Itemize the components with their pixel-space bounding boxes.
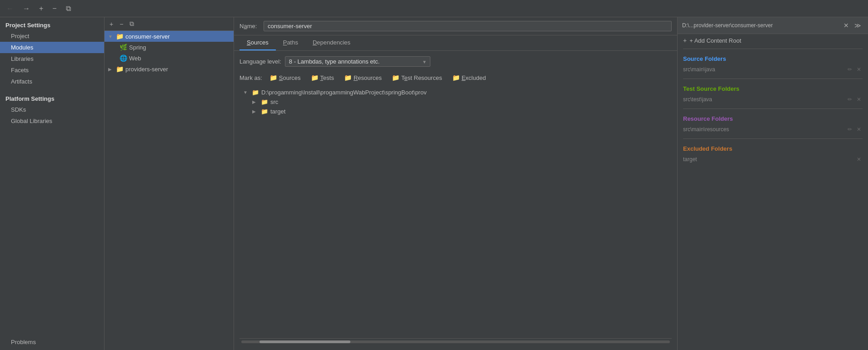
mark-tests-button[interactable]: 📁 Tests bbox=[308, 73, 337, 82]
sidebar-item-problems[interactable]: Problems bbox=[0, 336, 104, 350]
language-level-select-wrapper: 8 - Lambdas, type annotations etc. bbox=[285, 56, 430, 67]
tree-item-providers-server[interactable]: ▶ 📁 providers-server bbox=[105, 64, 234, 74]
name-bar: Name: bbox=[234, 17, 677, 35]
excluded-folder-icon: 📁 bbox=[452, 74, 460, 81]
tree-item-label: Web bbox=[129, 55, 141, 62]
platform-settings-title: Platform Settings bbox=[0, 91, 104, 104]
project-settings-title: Project Settings bbox=[0, 17, 104, 30]
tab-sources-content: Language level: 8 - Lambdas, type annota… bbox=[234, 51, 677, 350]
ftree-item-src[interactable]: ▶ 📁 src bbox=[239, 97, 672, 107]
sidebar-item-libraries[interactable]: Libraries bbox=[0, 53, 104, 64]
mark-sources-button[interactable]: 📁 Sources bbox=[267, 73, 304, 82]
resource-folders-section: Resource Folders src\main\resources ✏ ✕ bbox=[678, 111, 868, 137]
mark-resources-button[interactable]: 📁 Resources bbox=[341, 73, 384, 82]
mark-as-label: Mark as: bbox=[239, 74, 262, 81]
right-panel-menu-button[interactable]: ≫ bbox=[852, 21, 863, 30]
chevron-down-icon: ▼ bbox=[108, 34, 114, 39]
mark-test-resources-button[interactable]: 📁 Test Resources bbox=[389, 73, 445, 82]
test-source-folder-row: src\test\java ✏ ✕ bbox=[683, 95, 863, 104]
divider bbox=[683, 79, 863, 79]
content-area: Name: Sources Paths Dependencies Languag… bbox=[234, 17, 677, 350]
add-module-button[interactable]: + bbox=[36, 3, 46, 15]
excluded-folder-row: target ✕ bbox=[683, 155, 863, 164]
mark-sources-label: Sources bbox=[279, 74, 301, 81]
mark-tests-label: Tests bbox=[320, 74, 334, 81]
excluded-folder-path: target bbox=[683, 156, 697, 163]
name-input[interactable] bbox=[264, 21, 672, 31]
sidebar-item-artifacts[interactable]: Artifacts bbox=[0, 76, 104, 87]
folder-icon: 📁 bbox=[115, 65, 124, 73]
tree-item-label: providers-server bbox=[125, 66, 168, 73]
sidebar-item-facets[interactable]: Facets bbox=[0, 64, 104, 76]
tree-item-label: Spring bbox=[129, 44, 146, 51]
edit-resource-folder-button[interactable]: ✏ bbox=[846, 126, 853, 133]
remove-resource-folder-button[interactable]: ✕ bbox=[855, 126, 863, 133]
tree-item-consumer-server[interactable]: ▼ 📁 consumer-server bbox=[105, 31, 234, 42]
remove-source-folder-button[interactable]: ✕ bbox=[855, 66, 863, 73]
tab-dependencies[interactable]: Dependencies bbox=[305, 35, 358, 50]
divider bbox=[683, 138, 863, 139]
copy-item-button[interactable]: ⧉ bbox=[127, 19, 136, 29]
divider bbox=[683, 49, 863, 49]
plus-icon: + bbox=[683, 37, 687, 44]
remove-module-button[interactable]: − bbox=[50, 3, 59, 15]
ftree-target-label: target bbox=[270, 108, 285, 115]
mark-excluded-button[interactable]: 📁 Excluded bbox=[449, 73, 489, 82]
test-source-folders-section: Test Source Folders src\test\java ✏ ✕ bbox=[678, 81, 868, 107]
ftree-item-target[interactable]: ▶ 📁 target bbox=[239, 107, 672, 116]
module-tree: + − ⧉ ▼ 📁 consumer-server 🌿 Spring 🌐 Web… bbox=[105, 17, 234, 350]
add-item-button[interactable]: + bbox=[107, 20, 115, 29]
ftree-src-label: src bbox=[270, 99, 278, 105]
ftree-root-label: D:\progamming\Install\progammingWabProje… bbox=[261, 89, 427, 96]
language-level-select[interactable]: 8 - Lambdas, type annotations etc. bbox=[285, 56, 430, 67]
ftree-item-root[interactable]: ▼ 📁 D:\progamming\Install\progammingWabP… bbox=[239, 88, 672, 97]
horizontal-scrollbar[interactable] bbox=[239, 338, 672, 345]
mark-resources-label: Resources bbox=[354, 74, 382, 81]
test-source-folder-path: src\test\java bbox=[683, 96, 712, 103]
source-folders-title: Source Folders bbox=[683, 55, 863, 62]
source-folder-row: src\main\java ✏ ✕ bbox=[683, 65, 863, 74]
resource-folders-title: Resource Folders bbox=[683, 115, 863, 122]
chevron-right-icon: ▶ bbox=[252, 99, 259, 104]
forward-button[interactable]: → bbox=[20, 3, 33, 15]
main-layout: Project Settings Project Modules Librari… bbox=[0, 17, 868, 350]
target-folder-icon: 📁 bbox=[260, 108, 269, 115]
excluded-folders-section: Excluded Folders target ✕ bbox=[678, 141, 868, 167]
remove-test-source-folder-button[interactable]: ✕ bbox=[855, 96, 863, 103]
sidebar-item-modules[interactable]: Modules bbox=[0, 42, 104, 53]
add-content-root-button[interactable]: + + Add Content Root bbox=[678, 34, 868, 47]
excluded-folders-title: Excluded Folders bbox=[683, 145, 863, 152]
test-source-folder-actions: ✏ ✕ bbox=[846, 96, 863, 103]
scroll-track bbox=[241, 340, 670, 343]
remove-item-button[interactable]: − bbox=[117, 20, 125, 29]
remove-excluded-folder-button[interactable]: ✕ bbox=[855, 156, 863, 163]
resources-folder-icon: 📁 bbox=[344, 74, 352, 81]
spring-icon: 🌿 bbox=[119, 44, 127, 51]
edit-test-source-folder-button[interactable]: ✏ bbox=[846, 96, 853, 103]
tests-folder-icon: 📁 bbox=[311, 74, 319, 81]
tree-item-web[interactable]: 🌐 Web bbox=[105, 53, 234, 64]
tabs-bar: Sources Paths Dependencies bbox=[234, 35, 677, 51]
mark-as-row: Mark as: 📁 Sources 📁 Tests 📁 Resources 📁… bbox=[239, 73, 672, 82]
scroll-thumb[interactable] bbox=[259, 340, 350, 343]
edit-source-folder-button[interactable]: ✏ bbox=[846, 66, 853, 73]
tab-paths[interactable]: Paths bbox=[276, 35, 305, 50]
sidebar-item-project[interactable]: Project bbox=[0, 30, 104, 42]
back-button[interactable]: ← bbox=[4, 3, 16, 15]
root-folder-icon: 📁 bbox=[251, 89, 259, 96]
language-level-label: Language level: bbox=[239, 58, 281, 65]
close-right-panel-button[interactable]: ✕ bbox=[841, 21, 851, 30]
toolbar: ← → + − ⧉ bbox=[0, 0, 868, 17]
sidebar: Project Settings Project Modules Librari… bbox=[0, 17, 105, 350]
resource-folder-row: src\main\resources ✏ ✕ bbox=[683, 125, 863, 134]
add-content-root-label: + Add Content Root bbox=[689, 37, 741, 44]
copy-module-button[interactable]: ⧉ bbox=[63, 3, 74, 15]
right-panel-header: D:\...provlder-server\consumer-server ✕ … bbox=[678, 17, 868, 34]
tab-sources[interactable]: Sources bbox=[239, 35, 276, 50]
sidebar-item-global-libraries[interactable]: Global Libraries bbox=[0, 115, 104, 127]
src-folder-icon: 📁 bbox=[260, 99, 269, 105]
sidebar-item-sdks[interactable]: SDKs bbox=[0, 104, 104, 115]
tree-item-spring[interactable]: 🌿 Spring bbox=[105, 42, 234, 53]
divider bbox=[683, 108, 863, 109]
source-folder-actions: ✏ ✕ bbox=[846, 66, 863, 73]
